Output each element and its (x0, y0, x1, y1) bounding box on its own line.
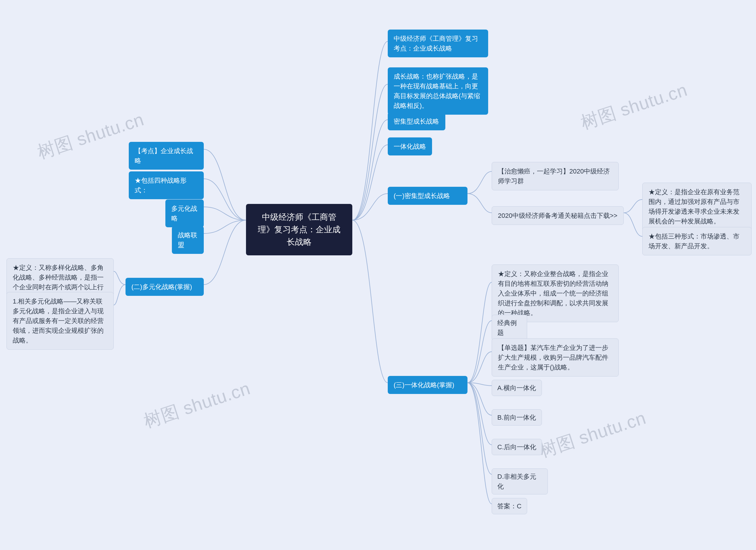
node-three-forms[interactable]: ★包括三种形式：市场渗透、市场开发、新产品开发。 (642, 227, 752, 255)
node-answer[interactable]: 答案：C (492, 498, 527, 514)
node-growth-def[interactable]: 成长战略：也称扩张战略，是一种在现有战略基础上，向更高目标发展的总体战略(与紧缩… (388, 67, 488, 115)
watermark: 树图 shutu.cn (141, 377, 253, 434)
node-intensive[interactable]: 密集型成长战略 (388, 112, 445, 130)
node-example[interactable]: 经典例题 (492, 315, 527, 341)
watermark: 树图 shutu.cn (537, 406, 649, 463)
node-keypoint[interactable]: 【考点】企业成长战略 (129, 142, 204, 170)
node-option-c[interactable]: C.后向一体化 (492, 439, 542, 455)
root-node[interactable]: 中级经济师《工商管理》复习考点：企业成长战略 (246, 204, 352, 255)
node-option-a[interactable]: A.横向一体化 (492, 380, 542, 396)
node-option-b[interactable]: B.前向一体化 (492, 409, 542, 426)
node-question[interactable]: 【单选题】某汽车生产企业为了进一步扩大生产规模，收购另一品牌汽车配件生产企业，这… (492, 339, 619, 377)
node-diversification[interactable]: 多元化战略 (165, 199, 204, 227)
node-section1[interactable]: (一)密集型成长战略 (388, 187, 467, 205)
node-integration[interactable]: 一体化战略 (388, 137, 432, 155)
node-option-d[interactable]: D.非相关多元化 (492, 468, 548, 494)
node-study-group[interactable]: 【治愈懒癌，一起学习】2020中级经济师学习群 (492, 162, 619, 190)
node-title-repeat[interactable]: 中级经济师《工商管理》复习考点：企业成长战略 (388, 30, 488, 57)
node-four-forms[interactable]: ★包括四种战略形式： (129, 171, 204, 199)
node-integ-def[interactable]: ★定义：又称企业整合战略，是指企业有目的地将相互联系密切的经营活动纳入企业体系中… (492, 264, 619, 322)
node-diversification-master[interactable]: (二)多元化战略(掌握) (126, 278, 204, 296)
node-div-related[interactable]: 1.相关多元化战略——又称关联多元化战略，是指企业进入与现有产品或服务有一定关联… (6, 292, 114, 350)
node-alliance[interactable]: 战略联盟 (172, 226, 204, 254)
node-intensive-def[interactable]: ★定义：是指企业在原有业务范围内，通过加强对原有产品与市场得开发渗透来寻求企业未… (642, 183, 752, 230)
node-section3[interactable]: (三)一体化战略(掌握) (388, 376, 467, 394)
node-download[interactable]: 2020中级经济师备考通关秘籍点击下载>> (492, 206, 624, 225)
watermark: 树图 shutu.cn (578, 78, 690, 135)
